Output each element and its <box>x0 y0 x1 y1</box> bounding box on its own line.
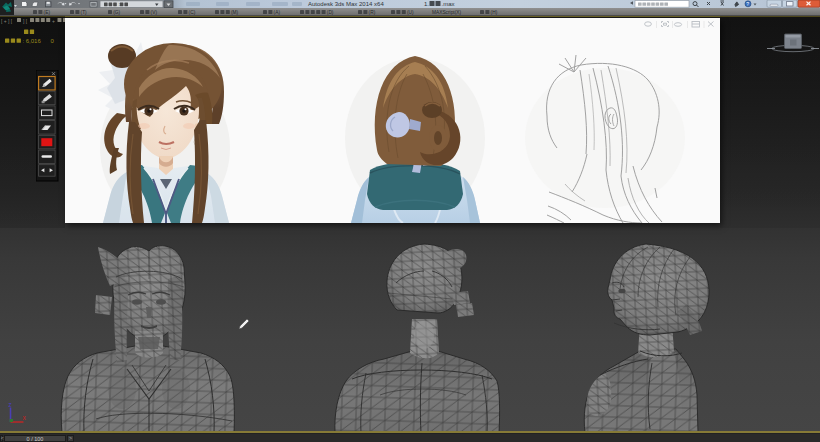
svg-text:+: + <box>52 18 55 24</box>
svg-text:(D): (D) <box>327 10 334 15</box>
svg-text:(C): (C) <box>189 10 196 15</box>
svg-text:Z: Z <box>9 402 12 408</box>
svg-text:(V): (V) <box>151 10 158 15</box>
svg-text:.max: .max <box>442 1 455 7</box>
svg-text:Autodesk 3ds Max 2014 x64: Autodesk 3ds Max 2014 x64 <box>308 1 384 7</box>
svg-text:] [: ] [ <box>23 18 28 24</box>
svg-text:X: X <box>23 415 27 421</box>
svg-text:(R): (R) <box>369 10 376 15</box>
svg-text:MAXScript(X): MAXScript(X) <box>432 10 461 15</box>
svg-text:?: ? <box>746 1 749 7</box>
svg-text:0: 0 <box>51 38 55 44</box>
svg-text:(T): (T) <box>81 10 88 15</box>
svg-text:[ + ] [: [ + ] [ <box>1 18 13 24</box>
svg-text:: 6,016: : 6,016 <box>22 38 41 44</box>
svg-text:(G): (G) <box>113 10 120 15</box>
svg-text:1.: 1. <box>424 1 429 7</box>
svg-text:(A): (A) <box>274 10 281 15</box>
svg-text:(U): (U) <box>407 10 414 15</box>
svg-text:(E): (E) <box>44 10 51 15</box>
svg-text:(H): (H) <box>491 10 498 15</box>
svg-text:(M): (M) <box>231 10 239 15</box>
